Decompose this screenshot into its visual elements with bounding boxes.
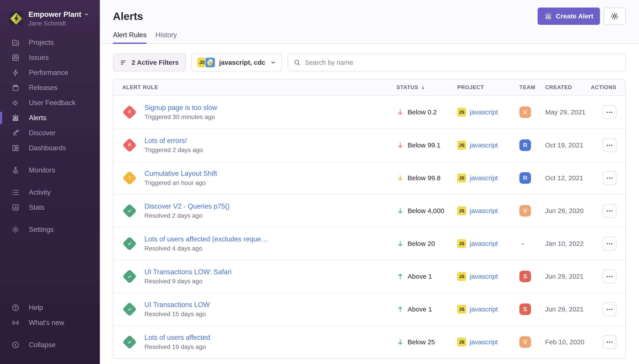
table-row[interactable]: Lots of users affected (excludes reque… …: [113, 227, 625, 260]
sidebar-item-collapse[interactable]: Collapse: [0, 338, 100, 352]
sidebar-footer: Help What's new Collapse: [0, 300, 100, 360]
table-row[interactable]: UI Transactions LOW Resolved 15 days ago…: [113, 292, 625, 326]
team-avatar: V: [519, 336, 531, 348]
project-link[interactable]: javascript: [470, 240, 498, 248]
table-row[interactable]: Cumulative Layout Shift Triggered an hou…: [113, 162, 625, 194]
row-actions-button[interactable]: [603, 335, 616, 349]
project-link[interactable]: javascript: [470, 108, 498, 116]
status-cell: Below 0.2: [397, 108, 457, 116]
sidebar-nav-group: Activity Stats: [0, 185, 100, 215]
alert-rule-subtitle: Resolved 19 days ago: [144, 344, 210, 350]
active-filters-button[interactable]: 2 Active Filters: [113, 54, 186, 72]
status-cell: Below 25: [397, 338, 457, 346]
create-alert-button[interactable]: Create Alert: [538, 8, 600, 25]
javascript-platform-icon: JS: [457, 272, 466, 281]
sidebar-item-issues[interactable]: Issues: [0, 50, 100, 65]
table-row[interactable]: Lots of users affected Resolved 19 days …: [113, 326, 625, 358]
status-text: Below 0.2: [408, 108, 437, 116]
javascript-platform-icon: JS: [457, 108, 466, 116]
table-row[interactable]: Signup page is too slow Triggered 30 min…: [113, 96, 625, 128]
row-actions-button[interactable]: [603, 237, 616, 250]
search-icon: [293, 59, 301, 66]
project-link[interactable]: javascript: [470, 207, 498, 214]
main-panel: Alerts Create Alert Alert R: [100, 0, 639, 364]
sidebar-item-discover[interactable]: Discover: [0, 126, 100, 140]
column-alert-rule: Alert Rule: [122, 84, 397, 90]
chevron-down-icon: [270, 60, 276, 66]
severity-resolved-icon: [122, 236, 137, 251]
sidebar-item-projects[interactable]: Projects: [0, 35, 100, 50]
project-link[interactable]: javascript: [470, 306, 498, 313]
created-date: Feb 10, 2020: [545, 338, 595, 346]
javascript-platform-icon: JS: [457, 305, 466, 314]
javascript-platform-icon: JS: [457, 338, 466, 346]
project-link[interactable]: javascript: [470, 174, 498, 182]
project-link[interactable]: javascript: [470, 338, 498, 346]
tab-alert-rules[interactable]: Alert Rules: [113, 31, 147, 44]
settings-gear-button[interactable]: [603, 8, 626, 25]
issues-icon: [12, 54, 20, 62]
collapse-icon: [12, 341, 20, 349]
table-row[interactable]: Lots of errors! Triggered 2 days ago Bel…: [113, 128, 625, 162]
sidebar-item-alerts[interactable]: Alerts: [0, 110, 100, 126]
arrow-down-icon: [397, 108, 404, 116]
alert-rule-link[interactable]: UI Transactions LOW: [144, 301, 210, 309]
sidebar-item-user-feedback[interactable]: User Feedback: [0, 95, 100, 110]
alert-rule-link[interactable]: Discover V2 - Queries p75(): [144, 202, 230, 210]
alert-rule-link[interactable]: UI Transactions LOW: Safari: [144, 268, 231, 276]
dashboards-icon: [12, 144, 20, 152]
created-date: Jun 26, 2020: [545, 207, 595, 214]
org-switcher[interactable]: Empower Plant Jane Schmidt: [0, 10, 100, 27]
sidebar-nav-group: Help What's new: [0, 300, 100, 330]
sidebar-item-dashboards[interactable]: Dashboards: [0, 140, 100, 156]
tab-history[interactable]: History: [156, 31, 177, 44]
row-actions-button[interactable]: [603, 302, 616, 316]
python-platform-icon: [205, 58, 215, 68]
sidebar-nav-group: Collapse: [0, 338, 100, 352]
sidebar-item-settings[interactable]: Settings: [0, 222, 100, 237]
alert-rule-link[interactable]: Lots of users affected: [144, 334, 210, 342]
alert-rule-link[interactable]: Cumulative Layout Shift: [144, 170, 217, 178]
status-text: Above 1: [408, 273, 432, 280]
sidebar-item-releases[interactable]: Releases: [0, 80, 100, 95]
alerts-icon: [12, 114, 20, 122]
filter-bar: 2 Active Filters JS javascript, cdc: [113, 54, 626, 72]
status-text: Below 99.1: [408, 142, 440, 149]
org-name: Empower Plant: [29, 10, 81, 18]
row-actions-button[interactable]: [603, 105, 616, 119]
column-status-sortable[interactable]: Status: [397, 84, 457, 90]
severity-resolved-icon: [122, 204, 137, 218]
sidebar-item-stats[interactable]: Stats: [0, 200, 100, 215]
project-platform-badges: JS: [197, 58, 215, 68]
tabs: Alert Rules History: [100, 31, 639, 44]
table-row[interactable]: Discover V2 - Queries p75() Resolved 2 d…: [113, 194, 625, 227]
team-avatar: V: [519, 205, 531, 216]
project-link[interactable]: javascript: [470, 142, 498, 149]
sidebar-item-what-s-new[interactable]: What's new: [0, 315, 100, 330]
sidebar-item-monitors[interactable]: Monitors: [0, 163, 100, 178]
arrow-up-icon: [397, 273, 404, 280]
alert-rule-link[interactable]: Signup page is too slow: [144, 104, 217, 112]
row-actions-button[interactable]: [603, 270, 616, 283]
status-text: Below 4,000: [408, 207, 444, 214]
sidebar-item-performance[interactable]: Performance: [0, 65, 100, 80]
row-actions-button[interactable]: [603, 171, 616, 185]
severity-resolved-icon: [122, 302, 137, 316]
alert-rule-link[interactable]: Lots of errors!: [144, 137, 203, 145]
project-link[interactable]: javascript: [470, 273, 498, 280]
table-row[interactable]: UI Transactions LOW: Safari Resolved 9 d…: [113, 260, 625, 292]
whats-new-icon: [12, 319, 20, 327]
project-selector-dropdown[interactable]: JS javascript, cdc: [191, 54, 282, 72]
search-input[interactable]: [305, 59, 620, 66]
arrow-down-icon: [397, 174, 404, 182]
row-actions-button[interactable]: [603, 138, 616, 152]
column-created: Created: [545, 84, 595, 90]
alert-rule-link[interactable]: Lots of users affected (excludes reque…: [144, 235, 268, 243]
row-actions-button[interactable]: [603, 204, 616, 218]
javascript-platform-icon: JS: [457, 174, 466, 182]
content-area: 2 Active Filters JS javascript, cdc: [100, 44, 639, 364]
status-text: Below 25: [408, 338, 435, 346]
sidebar-item-activity[interactable]: Activity: [0, 185, 100, 200]
gear-icon: [610, 12, 619, 20]
sidebar-item-help[interactable]: Help: [0, 300, 100, 315]
